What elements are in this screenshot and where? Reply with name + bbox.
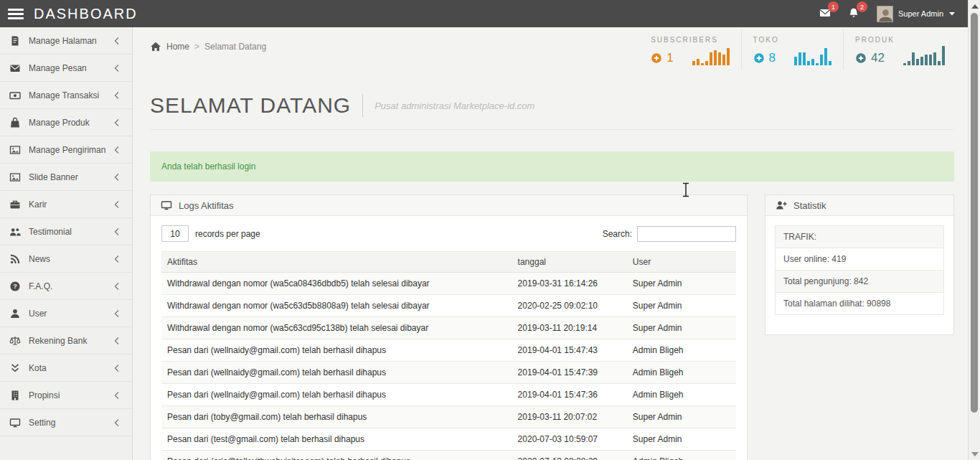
sidebar-item-karir[interactable]: Karir bbox=[0, 191, 132, 218]
records-per-page-label: records per page bbox=[195, 229, 260, 239]
search-input[interactable] bbox=[637, 226, 736, 242]
column-header-user[interactable]: User bbox=[627, 252, 736, 273]
menu-toggle-icon[interactable] bbox=[8, 9, 24, 19]
table-row: Withdrawal dengan nomor (wa5c63d5b8808a9… bbox=[161, 295, 736, 317]
sidebar-item-news[interactable]: News bbox=[0, 245, 132, 273]
sidebar-item-manage-transaksi[interactable]: Manage Transaksi bbox=[0, 82, 132, 109]
sidebar-item-label: Rekening Bank bbox=[29, 336, 87, 346]
table-cell: 2020-07-13 08:28:29 bbox=[512, 451, 627, 460]
chevron-left-icon bbox=[111, 35, 123, 47]
chevron-left-icon bbox=[111, 117, 123, 128]
logs-table: AktifitastanggalUser Withdrawal dengan n… bbox=[161, 251, 736, 460]
vertical-scrollbar bbox=[968, 0, 980, 460]
records-per-page-select[interactable]: 10 bbox=[161, 225, 189, 242]
sidebar: Manage HalamanManage PesanManage Transak… bbox=[0, 27, 133, 460]
breadcrumb: Home > Selamat Datang bbox=[150, 41, 266, 52]
table-cell: 2019-03-11 20:19:14 bbox=[512, 317, 627, 339]
table-cell: Admin Bligeh bbox=[627, 339, 736, 362]
user-menu[interactable]: Super Admin bbox=[877, 6, 958, 22]
sidebar-item-label: Setting bbox=[29, 418, 55, 428]
table-cell: Pesan dari (wellnaidy@gmail.com) telah b… bbox=[161, 362, 512, 384]
page-title: SELAMAT DATANG bbox=[150, 93, 351, 118]
sidebar-item-manage-produk[interactable]: Manage Produk bbox=[0, 109, 132, 136]
success-alert: Anda telah berhasil login bbox=[150, 151, 954, 182]
logs-panel: Logs Aktifitas 10 records per page Searc… bbox=[150, 194, 748, 460]
sidebar-item-label: F.A.Q. bbox=[29, 281, 52, 291]
scroll-up-arrow[interactable] bbox=[971, 4, 979, 9]
sidebar-item-label: Propinsi bbox=[29, 390, 60, 400]
chevron-left-icon bbox=[111, 390, 123, 401]
sidebar-item-slide-banner[interactable]: Slide Banner bbox=[0, 164, 132, 191]
sidebar-item-testimonial[interactable]: Testimonial bbox=[0, 218, 132, 245]
envelope-icon bbox=[819, 11, 831, 21]
stat-sparkline bbox=[903, 46, 945, 65]
statistik-item: Total pengunjung: 842 bbox=[775, 271, 944, 293]
notifications-button[interactable]: 2 bbox=[848, 7, 859, 20]
breadcrumb-home[interactable]: Home bbox=[166, 42, 189, 52]
column-header-tanggal[interactable]: tanggal bbox=[512, 252, 627, 273]
rss-icon bbox=[9, 253, 21, 265]
table-cell: Pesan dari (test@gmail.com) telah berhas… bbox=[161, 428, 512, 451]
app-title: DASHBOARD bbox=[34, 6, 138, 22]
scroll-down-arrow[interactable] bbox=[971, 452, 979, 456]
chevron-left-icon bbox=[111, 281, 123, 292]
plus-circle-icon bbox=[753, 52, 765, 64]
stat-label: SUBSCRIBERS bbox=[651, 36, 729, 44]
column-header-aktifitas[interactable]: Aktifitas bbox=[161, 252, 512, 273]
sidebar-item-manage-pesan[interactable]: Manage Pesan bbox=[0, 55, 132, 82]
table-cell: 2019-04-01 15:47:36 bbox=[512, 384, 627, 406]
sidebar-item-f-a-q[interactable]: ?F.A.Q. bbox=[0, 273, 132, 300]
notifications-badge: 2 bbox=[857, 1, 867, 12]
bag-icon bbox=[9, 117, 21, 128]
stat-value: 1 bbox=[666, 51, 673, 65]
stat-produk: PRODUK42 bbox=[843, 29, 956, 70]
stat-value: 8 bbox=[769, 51, 776, 65]
sidebar-item-manage-halaman[interactable]: Manage Halaman bbox=[0, 27, 132, 55]
search-label: Search: bbox=[603, 229, 632, 239]
sidebar-item-setting[interactable]: Setting bbox=[0, 409, 132, 436]
statistik-panel-header: Statistik bbox=[765, 195, 953, 216]
briefcase-icon bbox=[9, 199, 21, 210]
sidebar-item-label: Manage Transaksi bbox=[29, 90, 99, 100]
home-icon bbox=[150, 41, 161, 52]
scrollbar-thumb[interactable] bbox=[971, 13, 978, 413]
sidebar-item-label: User bbox=[29, 309, 47, 319]
sidebar-item-rekening-bank[interactable]: Rekening Bank bbox=[0, 327, 132, 355]
sidebar-item-label: Manage Pengiriman bbox=[29, 145, 105, 155]
avatar bbox=[877, 6, 893, 22]
page-subtitle: Pusat administrasi Marketplace-id.com bbox=[374, 100, 534, 111]
image-icon bbox=[9, 144, 21, 156]
table-row: Withdrawal dengan nomor (wa5c63cd95c138b… bbox=[161, 317, 736, 339]
messages-button[interactable]: 1 bbox=[819, 7, 831, 20]
table-row: Pesan dari (test@gmail.com) telah berhas… bbox=[161, 428, 736, 451]
sidebar-item-propinsi[interactable]: Propinsi bbox=[0, 382, 132, 409]
sidebar-item-kota[interactable]: Kota bbox=[0, 355, 132, 382]
stat-toko: TOKO8 bbox=[741, 29, 843, 70]
file-text-icon bbox=[9, 35, 21, 47]
table-row: Pesan dari (wellnaidy@gmail.com) telah b… bbox=[161, 384, 736, 406]
statistik-item: TRAFIK: bbox=[775, 225, 944, 248]
sidebar-item-manage-pengiriman[interactable]: Manage Pengiriman bbox=[0, 136, 132, 164]
sidebar-item-user[interactable]: User bbox=[0, 300, 132, 327]
monitor-icon bbox=[161, 200, 172, 211]
plus-circle-icon bbox=[651, 52, 662, 64]
messages-badge: 1 bbox=[828, 1, 839, 12]
table-cell: Pesan dari (wellnaidy@gmail.com) telah b… bbox=[161, 339, 512, 362]
table-cell: Withdrawal dengan nomor (wa5ca08436dbdb5… bbox=[161, 273, 512, 295]
table-cell: 2019-03-31 16:14:26 bbox=[512, 273, 627, 295]
table-cell: Super Admin bbox=[627, 273, 736, 295]
stat-label: TOKO bbox=[753, 36, 831, 44]
bell-icon bbox=[848, 11, 859, 21]
stat-subscribers: SUBSCRIBERS1 bbox=[639, 29, 740, 70]
statistik-panel: Statistik TRAFIK:User online: 419Total p… bbox=[765, 194, 954, 335]
question-circle-icon: ? bbox=[9, 281, 21, 292]
scale-icon bbox=[9, 335, 21, 347]
chevron-left-icon bbox=[111, 335, 123, 347]
svg-text:?: ? bbox=[13, 283, 17, 290]
table-cell: 2020-02-25 09:02:10 bbox=[512, 295, 627, 317]
statistik-item: Total halaman dilihat: 90898 bbox=[775, 293, 944, 315]
plus-circle-icon bbox=[855, 52, 867, 64]
header-stats: SUBSCRIBERS1TOKO8PRODUK42 bbox=[639, 29, 956, 70]
stat-sparkline bbox=[794, 46, 831, 65]
chevron-left-icon bbox=[111, 172, 123, 183]
